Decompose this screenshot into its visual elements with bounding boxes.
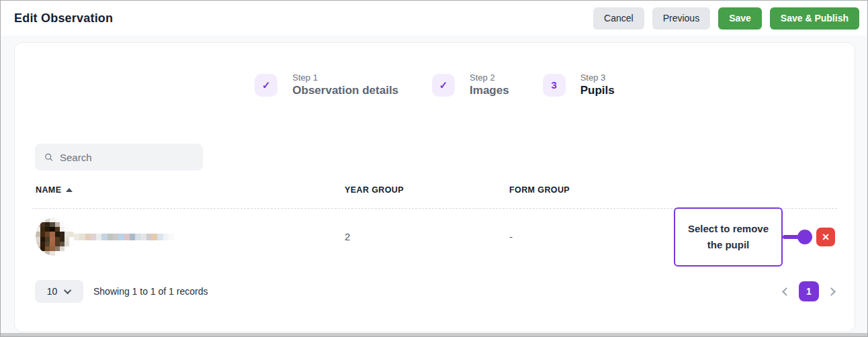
step-2-check-icon: ✓	[432, 74, 455, 97]
pagination-bar: 10 Showing 1 to 1 of 1 records 1	[15, 280, 855, 303]
stepper: ✓ Step 1 Observation details ✓ Step 2 Im…	[15, 43, 855, 97]
next-page-chevron-icon[interactable]	[827, 287, 836, 296]
pupil-name-cell	[36, 218, 345, 256]
search-box[interactable]	[35, 144, 203, 171]
remove-pupil-tooltip: Select to remove the pupil	[674, 207, 783, 267]
tooltip-connector-dot	[797, 230, 812, 244]
row-action-cell: Select to remove the pupil ✕	[681, 209, 834, 264]
search-icon	[44, 151, 53, 163]
window-bottom-edge	[1, 333, 867, 336]
previous-page-chevron-icon[interactable]	[782, 287, 791, 296]
page-size-value: 10	[47, 286, 58, 297]
year-group-value: 2	[345, 231, 509, 242]
step-1-observation-details[interactable]: ✓ Step 1 Observation details	[255, 73, 398, 97]
content-card: ✓ Step 1 Observation details ✓ Step 2 Im…	[14, 42, 855, 332]
column-header-form-group[interactable]: FORM GROUP	[509, 185, 681, 195]
search-input[interactable]	[60, 152, 193, 163]
topbar-actions: Cancel Previous Save Save & Publish	[593, 7, 859, 30]
column-header-year-group[interactable]: YEAR GROUP	[345, 185, 509, 195]
step-2-images[interactable]: ✓ Step 2 Images	[432, 73, 509, 97]
step-3-title: Pupils	[580, 84, 615, 97]
save-button[interactable]: Save	[718, 7, 762, 30]
form-group-value: -	[509, 231, 681, 242]
previous-button[interactable]: Previous	[652, 7, 710, 30]
save-publish-button[interactable]: Save & Publish	[770, 7, 859, 30]
step-2-title: Images	[470, 84, 509, 97]
table-header-row: NAME YEAR GROUP FORM GROUP	[32, 185, 837, 209]
x-icon: ✕	[822, 232, 830, 242]
chevron-down-icon	[64, 287, 71, 294]
step-3-pupils[interactable]: 3 Step 3 Pupils	[543, 73, 615, 97]
column-header-actions	[681, 185, 834, 195]
remove-pupil-button[interactable]: ✕	[816, 228, 835, 246]
sort-ascending-icon	[66, 188, 73, 192]
step-2-label: Step 2	[470, 73, 509, 83]
page-1-button[interactable]: 1	[799, 281, 819, 301]
pupil-name-redacted	[74, 234, 174, 240]
step-3-number-badge: 3	[543, 74, 566, 97]
step-3-label: Step 3	[580, 73, 615, 83]
step-1-label: Step 1	[292, 73, 398, 83]
page-size-select[interactable]: 10	[35, 280, 83, 303]
top-bar: Edit Observation Cancel Previous Save Sa…	[1, 1, 867, 36]
step-1-check-icon: ✓	[255, 74, 277, 97]
cancel-button[interactable]: Cancel	[593, 7, 644, 30]
pupil-avatar	[36, 218, 74, 256]
step-1-title: Observation details	[292, 84, 398, 97]
page-title: Edit Observation	[14, 11, 113, 26]
table-row[interactable]: 2 - Select to remove the pupil ✕	[32, 209, 837, 264]
records-summary: Showing 1 to 1 of 1 records	[93, 286, 208, 297]
column-header-name[interactable]: NAME	[36, 185, 345, 195]
